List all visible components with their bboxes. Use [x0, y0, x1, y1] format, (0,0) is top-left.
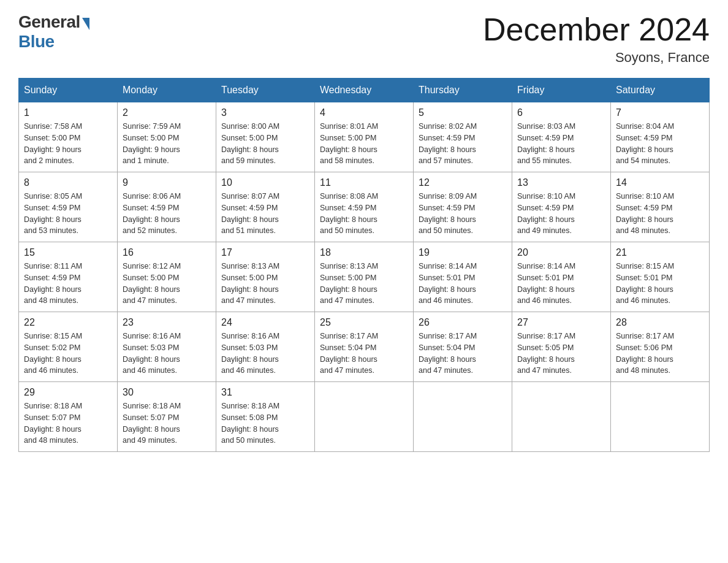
calendar-cell: 20Sunrise: 8:14 AMSunset: 5:01 PMDayligh… [512, 242, 611, 312]
calendar-cell: 29Sunrise: 8:18 AMSunset: 5:07 PMDayligh… [19, 382, 118, 452]
day-info: Sunrise: 8:08 AMSunset: 4:59 PMDaylight:… [320, 191, 408, 237]
day-info: Sunrise: 8:13 AMSunset: 5:00 PMDaylight:… [320, 261, 408, 307]
day-number: 22 [24, 317, 112, 328]
month-title: December 2024 [483, 12, 710, 47]
day-info: Sunrise: 8:14 AMSunset: 5:01 PMDaylight:… [419, 261, 507, 307]
day-info: Sunrise: 8:02 AMSunset: 4:59 PMDaylight:… [419, 121, 507, 167]
logo: General Blue [18, 12, 89, 52]
day-info: Sunrise: 8:17 AMSunset: 5:06 PMDaylight:… [616, 331, 704, 377]
calendar-cell: 16Sunrise: 8:12 AMSunset: 5:00 PMDayligh… [118, 242, 216, 312]
calendar-cell: 9Sunrise: 8:06 AMSunset: 4:59 PMDaylight… [118, 172, 216, 242]
page-header: General Blue December 2024 Soyons, Franc… [18, 12, 710, 66]
calendar-cell [611, 382, 710, 452]
day-number: 13 [517, 177, 605, 188]
day-number: 8 [24, 177, 112, 188]
day-info: Sunrise: 8:01 AMSunset: 5:00 PMDaylight:… [320, 121, 408, 167]
day-info: Sunrise: 8:07 AMSunset: 4:59 PMDaylight:… [221, 191, 309, 237]
calendar-cell: 11Sunrise: 8:08 AMSunset: 4:59 PMDayligh… [315, 172, 414, 242]
day-number: 7 [616, 107, 704, 118]
day-info: Sunrise: 8:16 AMSunset: 5:03 PMDaylight:… [221, 331, 309, 377]
day-number: 27 [517, 317, 605, 328]
column-header-friday: Friday [512, 79, 611, 102]
day-info: Sunrise: 8:18 AMSunset: 5:07 PMDaylight:… [123, 400, 211, 446]
calendar-cell: 13Sunrise: 8:10 AMSunset: 4:59 PMDayligh… [512, 172, 611, 242]
week-row-2: 8Sunrise: 8:05 AMSunset: 4:59 PMDaylight… [19, 172, 710, 242]
calendar-cell: 5Sunrise: 8:02 AMSunset: 4:59 PMDaylight… [414, 102, 512, 172]
calendar-cell: 26Sunrise: 8:17 AMSunset: 5:04 PMDayligh… [414, 312, 512, 382]
day-info: Sunrise: 8:18 AMSunset: 5:08 PMDaylight:… [221, 400, 309, 446]
day-number: 9 [123, 177, 211, 188]
calendar-cell: 27Sunrise: 8:17 AMSunset: 5:05 PMDayligh… [512, 312, 611, 382]
calendar-cell: 24Sunrise: 8:16 AMSunset: 5:03 PMDayligh… [216, 312, 315, 382]
day-info: Sunrise: 8:04 AMSunset: 4:59 PMDaylight:… [616, 121, 704, 167]
calendar-cell: 3Sunrise: 8:00 AMSunset: 5:00 PMDaylight… [216, 102, 315, 172]
logo-triangle-icon [82, 18, 89, 30]
week-row-5: 29Sunrise: 8:18 AMSunset: 5:07 PMDayligh… [19, 382, 710, 452]
calendar-cell: 28Sunrise: 8:17 AMSunset: 5:06 PMDayligh… [611, 312, 710, 382]
calendar-table: SundayMondayTuesdayWednesdayThursdayFrid… [18, 78, 710, 452]
day-info: Sunrise: 8:15 AMSunset: 5:01 PMDaylight:… [616, 261, 704, 307]
day-number: 1 [24, 107, 112, 118]
day-number: 12 [419, 177, 507, 188]
calendar-cell [512, 382, 611, 452]
day-number: 15 [24, 247, 112, 258]
calendar-cell: 19Sunrise: 8:14 AMSunset: 5:01 PMDayligh… [414, 242, 512, 312]
calendar-cell: 6Sunrise: 8:03 AMSunset: 4:59 PMDaylight… [512, 102, 611, 172]
calendar-cell: 21Sunrise: 8:15 AMSunset: 5:01 PMDayligh… [611, 242, 710, 312]
calendar-cell: 25Sunrise: 8:17 AMSunset: 5:04 PMDayligh… [315, 312, 414, 382]
calendar-cell: 2Sunrise: 7:59 AMSunset: 5:00 PMDaylight… [118, 102, 216, 172]
day-number: 23 [123, 317, 211, 328]
calendar-cell [315, 382, 414, 452]
day-info: Sunrise: 8:13 AMSunset: 5:00 PMDaylight:… [221, 261, 309, 307]
day-info: Sunrise: 8:14 AMSunset: 5:01 PMDaylight:… [517, 261, 605, 307]
calendar-cell: 10Sunrise: 8:07 AMSunset: 4:59 PMDayligh… [216, 172, 315, 242]
day-info: Sunrise: 8:11 AMSunset: 4:59 PMDaylight:… [24, 261, 112, 307]
day-number: 26 [419, 317, 507, 328]
day-number: 11 [320, 177, 408, 188]
day-number: 6 [517, 107, 605, 118]
calendar-cell: 18Sunrise: 8:13 AMSunset: 5:00 PMDayligh… [315, 242, 414, 312]
day-number: 28 [616, 317, 704, 328]
column-header-sunday: Sunday [19, 79, 118, 102]
day-number: 20 [517, 247, 605, 258]
calendar-cell: 23Sunrise: 8:16 AMSunset: 5:03 PMDayligh… [118, 312, 216, 382]
calendar-cell: 14Sunrise: 8:10 AMSunset: 4:59 PMDayligh… [611, 172, 710, 242]
day-number: 4 [320, 107, 408, 118]
column-header-tuesday: Tuesday [216, 79, 315, 102]
title-section: December 2024 Soyons, France [483, 12, 710, 66]
logo-general-text: General [18, 12, 80, 32]
day-info: Sunrise: 8:05 AMSunset: 4:59 PMDaylight:… [24, 191, 112, 237]
day-info: Sunrise: 8:06 AMSunset: 4:59 PMDaylight:… [123, 191, 211, 237]
week-row-1: 1Sunrise: 7:58 AMSunset: 5:00 PMDaylight… [19, 102, 710, 172]
day-number: 30 [123, 387, 211, 398]
week-row-4: 22Sunrise: 8:15 AMSunset: 5:02 PMDayligh… [19, 312, 710, 382]
day-number: 25 [320, 317, 408, 328]
day-number: 21 [616, 247, 704, 258]
location: Soyons, France [483, 50, 710, 66]
column-header-wednesday: Wednesday [315, 79, 414, 102]
calendar-cell: 22Sunrise: 8:15 AMSunset: 5:02 PMDayligh… [19, 312, 118, 382]
calendar-cell: 15Sunrise: 8:11 AMSunset: 4:59 PMDayligh… [19, 242, 118, 312]
day-info: Sunrise: 8:16 AMSunset: 5:03 PMDaylight:… [123, 331, 211, 377]
day-number: 5 [419, 107, 507, 118]
day-number: 10 [221, 177, 309, 188]
day-info: Sunrise: 8:00 AMSunset: 5:00 PMDaylight:… [221, 121, 309, 167]
day-info: Sunrise: 8:18 AMSunset: 5:07 PMDaylight:… [24, 400, 112, 446]
day-number: 16 [123, 247, 211, 258]
day-number: 14 [616, 177, 704, 188]
day-number: 24 [221, 317, 309, 328]
day-info: Sunrise: 8:10 AMSunset: 4:59 PMDaylight:… [616, 191, 704, 237]
day-info: Sunrise: 8:15 AMSunset: 5:02 PMDaylight:… [24, 331, 112, 377]
logo-blue-text: Blue [18, 32, 55, 52]
day-info: Sunrise: 8:17 AMSunset: 5:04 PMDaylight:… [320, 331, 408, 377]
week-row-3: 15Sunrise: 8:11 AMSunset: 4:59 PMDayligh… [19, 242, 710, 312]
column-header-thursday: Thursday [414, 79, 512, 102]
day-info: Sunrise: 8:12 AMSunset: 5:00 PMDaylight:… [123, 261, 211, 307]
calendar-cell: 7Sunrise: 8:04 AMSunset: 4:59 PMDaylight… [611, 102, 710, 172]
day-info: Sunrise: 8:09 AMSunset: 4:59 PMDaylight:… [419, 191, 507, 237]
column-header-saturday: Saturday [611, 79, 710, 102]
day-number: 3 [221, 107, 309, 118]
day-number: 18 [320, 247, 408, 258]
day-number: 31 [221, 387, 309, 398]
calendar-cell [414, 382, 512, 452]
